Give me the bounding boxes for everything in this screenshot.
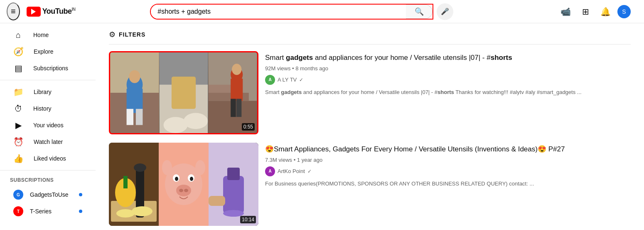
search-input[interactable] (151, 5, 406, 19)
sidebar-item-your-videos[interactable]: ▶ Your videos (3, 117, 92, 134)
video-title[interactable]: Smart gadgets and appliances for your ho… (265, 53, 631, 63)
svg-point-28 (132, 206, 152, 216)
apps-button[interactable]: ⊞ (578, 3, 594, 20)
notifications-button[interactable]: 🔔 (597, 3, 614, 20)
sidebar-item-liked-videos[interactable]: 👍 Liked videos (3, 150, 92, 167)
search-icon: 🔍 (415, 7, 424, 16)
liked-videos-icon: 👍 (13, 153, 24, 163)
filters-bar: ⚙ FILTERS (109, 30, 631, 45)
sidebar-item-label: Liked videos (34, 155, 66, 162)
logo-country: IN (72, 7, 76, 12)
menu-button[interactable]: ≡ (7, 2, 20, 20)
video-thumbnail[interactable]: 0:55 (109, 51, 258, 134)
bell-icon: 🔔 (600, 7, 611, 17)
upload-icon: 📹 (560, 7, 571, 17)
svg-point-21 (232, 64, 241, 75)
apps-icon: ⊞ (582, 7, 589, 17)
watch-later-icon: ⏰ (13, 137, 24, 147)
subscription-label: T-Series (30, 208, 52, 215)
video-title[interactable]: 😍Smart Appliances, Gadgets For Every Hom… (265, 144, 631, 154)
header: ≡ YouTubeIN 🔍 🎤 📹 ⊞ 🔔 S (0, 0, 644, 23)
channel-name[interactable]: ArtKo Point (278, 168, 305, 174)
sidebar-item-subscriptions[interactable]: ▤ Subscriptions (3, 60, 92, 77)
upload-button[interactable]: 📹 (558, 3, 574, 20)
header-center: 🔍 🎤 (150, 3, 453, 20)
subscriptions-section-title: SUBSCRIPTIONS (0, 174, 96, 186)
sidebar-item-watch-later[interactable]: ⏰ Watch later (3, 134, 92, 150)
subscription-notification-dot (79, 193, 82, 196)
svg-point-39 (162, 160, 172, 175)
subscription-avatar: T (13, 206, 23, 216)
svg-point-40 (195, 160, 205, 175)
sidebar: ⌂ Home 🧭 Explore ▤ Subscriptions 📁 Libra… (0, 23, 96, 230)
svg-point-37 (179, 189, 183, 192)
sidebar-divider-2 (0, 170, 96, 171)
header-left: ≡ YouTubeIN (7, 2, 98, 20)
sidebar-item-label: Subscriptions (33, 65, 68, 72)
history-icon: ⏱ (13, 104, 23, 114)
sidebar-item-history[interactable]: ⏱ History (3, 100, 92, 117)
avatar[interactable]: S (617, 5, 631, 18)
search-container: 🔍 (150, 4, 433, 20)
svg-point-34 (175, 177, 178, 181)
svg-point-35 (190, 177, 193, 181)
logo-icon (27, 7, 41, 17)
sidebar-item-label: Your videos (33, 122, 64, 129)
svg-rect-45 (209, 196, 225, 206)
video-duration: 0:55 (242, 123, 255, 131)
thumb-cell (110, 52, 159, 133)
library-icon: 📁 (13, 87, 24, 97)
svg-point-11 (184, 113, 208, 129)
logo[interactable]: YouTubeIN (27, 7, 76, 17)
sidebar-item-explore[interactable]: 🧭 Explore (3, 43, 92, 60)
video-meta: 92M views • 8 months ago (265, 65, 631, 72)
subscription-notification-dot (79, 210, 82, 213)
sidebar-item-home[interactable]: ⌂ Home (3, 27, 92, 43)
sidebar-item-gadgets-to-use[interactable]: G GadgetsToUse (3, 186, 92, 203)
channel-avatar: A (265, 75, 275, 85)
filters-button[interactable]: FILTERS (119, 31, 145, 38)
channel-row: A A LY TV ✓ (265, 75, 631, 85)
svg-point-27 (134, 163, 146, 172)
main-content: ⚙ FILTERS (96, 23, 644, 230)
svg-rect-25 (123, 176, 128, 188)
sidebar-item-library[interactable]: 📁 Library (3, 84, 92, 100)
subscriptions-icon: ▤ (13, 63, 23, 73)
sidebar-divider (0, 80, 96, 80)
video-description: For Business queries(PROMOTIONS, SPONSOR… (265, 180, 631, 188)
thumb-cell (209, 143, 258, 226)
sidebar-item-label: Library (34, 89, 52, 95)
thumb-cell (208, 52, 257, 133)
video-result: 10:14 😍Smart Appliances, Gadgets For Eve… (109, 143, 631, 226)
svg-rect-20 (236, 99, 242, 117)
svg-rect-42 (223, 176, 244, 213)
svg-rect-12 (172, 77, 196, 109)
header-right: 📹 ⊞ 🔔 S (558, 3, 637, 20)
svg-rect-43 (227, 168, 240, 180)
explore-icon: 🧭 (13, 47, 24, 57)
video-thumbnail[interactable]: 10:14 (109, 143, 258, 226)
sidebar-item-label: Watch later (34, 138, 63, 145)
search-button[interactable]: 🔍 (406, 5, 433, 19)
subscription-avatar: G (13, 190, 23, 200)
sidebar-item-label: Explore (34, 48, 53, 55)
video-meta: 7.3M views • 1 year ago (265, 157, 631, 163)
thumb-cell (159, 52, 208, 133)
sidebar-item-label: Home (33, 32, 49, 38)
svg-rect-18 (231, 79, 243, 101)
video-info: Smart gadgets and appliances for your ho… (265, 51, 631, 134)
mic-button[interactable]: 🎤 (437, 3, 453, 20)
svg-point-38 (184, 189, 188, 192)
svg-rect-5 (127, 109, 133, 125)
home-icon: ⌂ (13, 30, 23, 40)
channel-row: A ArtKo Point ✓ (265, 166, 631, 176)
your-videos-icon: ▶ (13, 120, 23, 130)
logo-text: YouTubeIN (42, 7, 76, 16)
video-duration: 10:14 (240, 216, 256, 223)
video-info: 😍Smart Appliances, Gadgets For Every Hom… (265, 143, 631, 226)
mic-icon: 🎤 (441, 7, 449, 15)
channel-name[interactable]: A LY TV (278, 77, 297, 83)
sidebar-item-t-series[interactable]: T T-Series (3, 203, 92, 220)
channel-avatar: A (265, 166, 275, 176)
verified-icon: ✓ (307, 168, 312, 174)
